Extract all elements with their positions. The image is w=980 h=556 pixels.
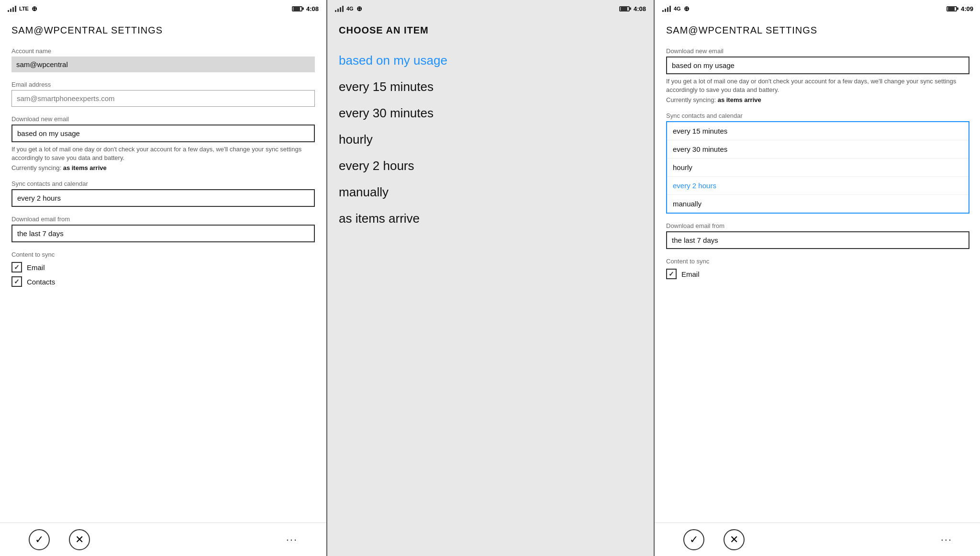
sync-contacts-input[interactable]: every 2 hours: [11, 189, 315, 207]
account-name-input[interactable]: [11, 57, 315, 72]
wifi-icon-right: ⊕: [684, 5, 690, 12]
account-name-group: Account name: [11, 47, 315, 72]
dropdown-item-2hours[interactable]: every 2 hours: [667, 177, 969, 195]
status-right-right: 4:09: [947, 5, 973, 12]
confirm-button-left[interactable]: ✓: [29, 529, 50, 550]
list-item-2hours[interactable]: every 2 hours: [339, 153, 642, 179]
signal-bars-icon-right: [662, 5, 671, 12]
page-title-right: SAM@WPCENTRAL SETTINGS: [666, 25, 969, 36]
bottom-actions-right: ✓ ✕: [683, 529, 745, 550]
bottom-bar-right: ✓ ✕ ···: [655, 522, 980, 556]
download-email-from-input-right[interactable]: the last 7 days: [666, 231, 969, 249]
time-label-right: 4:09: [961, 5, 973, 12]
download-new-email-label-right: Download new email: [666, 47, 969, 55]
sync-contacts-label: Sync contacts and calendar: [11, 180, 315, 187]
battery-icon-right: [947, 6, 957, 11]
cancel-button-right[interactable]: ✕: [724, 529, 745, 550]
wifi-icon: ⊕: [32, 5, 37, 12]
download-new-email-input[interactable]: based on my usage: [11, 125, 315, 142]
battery-icon: [292, 6, 302, 11]
network-type-label: LTE: [19, 6, 29, 11]
currently-syncing-text-right: Currently syncing: as items arrive: [666, 96, 969, 103]
download-email-from-group-right: Download email from the last 7 days: [666, 222, 969, 249]
bottom-bar-left: ✓ ✕ ···: [0, 522, 326, 556]
status-bar-left: LTE ⊕ 4:08: [0, 0, 326, 17]
status-bar-right: 4G ⊕ 4:09: [655, 0, 980, 17]
confirm-button-right[interactable]: ✓: [683, 529, 704, 550]
email-address-group: Email address: [11, 81, 315, 107]
middle-panel: 4G ⊕ 4:08 CHOOSE AN ITEM based on my usa…: [327, 0, 654, 556]
wifi-icon-middle: ⊕: [356, 5, 362, 12]
contacts-check-mark-icon: ✓: [14, 278, 20, 285]
status-bar-middle: 4G ⊕ 4:08: [327, 0, 654, 17]
left-panel: LTE ⊕ 4:08 SAM@WPCENTRAL SETTINGS Accoun…: [0, 0, 326, 556]
dropdown-item-30min[interactable]: every 30 minutes: [667, 140, 969, 159]
check-mark-icon: ✓: [14, 263, 20, 271]
download-email-from-label-right: Download email from: [666, 222, 969, 229]
sync-contacts-dropdown[interactable]: every 15 minutes every 30 minutes hourly…: [666, 121, 969, 214]
signal-bars-icon-middle: [335, 5, 344, 12]
download-new-email-description: If you get a lot of mail one day or don'…: [11, 145, 315, 162]
sync-contacts-label-right: Sync contacts and calendar: [666, 112, 969, 119]
sync-contacts-group: Sync contacts and calendar every 2 hours: [11, 180, 315, 207]
email-checkbox[interactable]: ✓: [11, 262, 22, 272]
download-new-email-group-right: Download new email based on my usage If …: [666, 47, 969, 103]
choose-list: based on my usage every 15 minutes every…: [327, 47, 654, 232]
dropdown-item-15min[interactable]: every 15 minutes: [667, 122, 969, 140]
battery-icon-middle: [619, 6, 630, 11]
right-page-content: SAM@WPCENTRAL SETTINGS Download new emai…: [655, 17, 980, 522]
bottom-bar-middle: [327, 522, 654, 556]
email-address-label: Email address: [11, 81, 315, 88]
email-check-mark-icon-right: ✓: [668, 270, 674, 278]
page-title-left: SAM@WPCENTRAL SETTINGS: [11, 25, 315, 36]
time-label-middle: 4:08: [634, 5, 646, 12]
time-label: 4:08: [306, 5, 319, 12]
contacts-checkbox-label: Contacts: [27, 278, 55, 286]
content-to-sync-group-right: Content to sync ✓ Email: [666, 258, 969, 279]
dropdown-item-hourly[interactable]: hourly: [667, 159, 969, 177]
email-checkbox-label-right: Email: [681, 270, 700, 278]
list-item-30min[interactable]: every 30 minutes: [339, 100, 642, 126]
status-right-middle: 4:08: [619, 5, 646, 12]
status-right: 4:08: [292, 5, 319, 12]
content-to-sync-label: Content to sync: [11, 251, 315, 258]
bottom-actions-left: ✓ ✕: [29, 529, 90, 550]
content-to-sync-label-right: Content to sync: [666, 258, 969, 265]
email-checkbox-label: Email: [27, 263, 45, 272]
download-new-email-group: Download new email based on my usage If …: [11, 115, 315, 171]
choose-title: CHOOSE AN ITEM: [327, 17, 654, 36]
status-left: LTE ⊕: [8, 5, 37, 12]
contacts-checkbox-row[interactable]: ✓ Contacts: [11, 276, 315, 287]
dropdown-item-manually[interactable]: manually: [667, 195, 969, 213]
more-button-right[interactable]: ···: [941, 533, 952, 546]
right-panel: 4G ⊕ 4:09 SAM@WPCENTRAL SETTINGS Downloa…: [655, 0, 980, 556]
email-checkbox-right[interactable]: ✓: [666, 269, 677, 279]
content-to-sync-group: Content to sync ✓ Email ✓ Contacts: [11, 251, 315, 287]
cancel-button-left[interactable]: ✕: [69, 529, 90, 550]
list-item-hourly[interactable]: hourly: [339, 126, 642, 153]
download-email-from-group: Download email from the last 7 days: [11, 216, 315, 242]
list-item-manually[interactable]: manually: [339, 179, 642, 205]
download-new-email-description-right: If you get a lot of mail one day or don'…: [666, 77, 969, 94]
currently-syncing-text: Currently syncing: as items arrive: [11, 164, 315, 171]
sync-contacts-group-right: Sync contacts and calendar every 15 minu…: [666, 112, 969, 214]
network-type-label-right: 4G: [674, 6, 681, 11]
account-name-label: Account name: [11, 47, 315, 55]
download-new-email-label: Download new email: [11, 115, 315, 123]
download-email-from-input[interactable]: the last 7 days: [11, 225, 315, 242]
email-address-input[interactable]: [11, 90, 315, 107]
left-page-content: SAM@WPCENTRAL SETTINGS Account name Emai…: [0, 17, 326, 522]
list-item-usage[interactable]: based on my usage: [339, 47, 642, 74]
contacts-checkbox[interactable]: ✓: [11, 276, 22, 287]
network-type-label-middle: 4G: [346, 6, 354, 11]
list-item-items-arrive[interactable]: as items arrive: [339, 205, 642, 232]
status-left-middle: 4G ⊕: [335, 5, 362, 12]
more-button-left[interactable]: ···: [286, 533, 298, 546]
list-item-15min[interactable]: every 15 minutes: [339, 74, 642, 100]
email-checkbox-row[interactable]: ✓ Email: [11, 262, 315, 272]
status-left-right: 4G ⊕: [662, 5, 690, 12]
email-checkbox-row-right[interactable]: ✓ Email: [666, 269, 969, 279]
download-new-email-input-right[interactable]: based on my usage: [666, 57, 969, 74]
download-email-from-label: Download email from: [11, 216, 315, 223]
signal-bars-icon: [8, 5, 16, 12]
